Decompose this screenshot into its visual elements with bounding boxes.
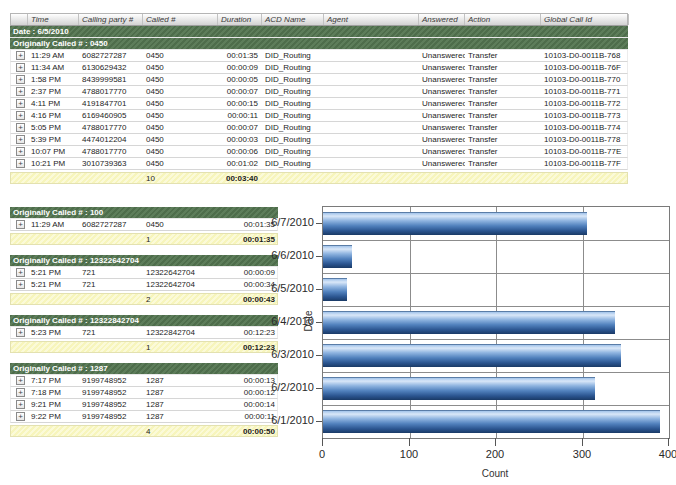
expand-icon[interactable]: +: [16, 159, 25, 168]
cell-called: 1287: [143, 412, 218, 421]
table-row[interactable]: +11:29 AM6082727287045000:01:35DID_Routi…: [10, 50, 628, 62]
expand-icon[interactable]: +: [16, 147, 25, 156]
expand-icon[interactable]: +: [16, 268, 25, 277]
cell-calling: 6169460905: [79, 111, 143, 120]
expand-icon[interactable]: +: [16, 123, 25, 132]
expand-icon[interactable]: +: [16, 63, 25, 72]
summary-count: 2: [143, 295, 218, 304]
expand-icon[interactable]: +: [16, 87, 25, 96]
category-label: 6/3/2010: [260, 348, 314, 361]
group-band-0450: Originally Called # : 0450: [10, 38, 628, 50]
summary-count: 4: [143, 427, 218, 436]
cell-time: 4:16 PM: [28, 111, 79, 120]
column-header-acd-name[interactable]: ACD Name: [262, 14, 324, 25]
column-header-spacer: [11, 14, 28, 25]
cell-action: Transfer: [465, 63, 541, 72]
group-section: Originally Called # : 12322842704+5:23 P…: [10, 315, 278, 353]
cell-action: Transfer: [465, 75, 541, 84]
table-row[interactable]: +10:07 PM4788017770045000:00:06DID_Routi…: [10, 146, 628, 158]
expand-icon[interactable]: +: [16, 376, 25, 385]
column-header-duration[interactable]: Duration: [218, 14, 262, 25]
cell-answered: Unanswered: [419, 135, 465, 144]
expand-icon[interactable]: +: [16, 135, 25, 144]
cell-time: 7:18 PM: [28, 388, 79, 397]
expand-cell: +: [11, 123, 28, 132]
cell-acd: DID_Routing: [262, 51, 324, 60]
y-axis-tick: [316, 421, 322, 422]
expand-icon[interactable]: +: [16, 388, 25, 397]
column-header-answered[interactable]: Answered: [419, 14, 465, 25]
cell-answered: Unanswered: [419, 63, 465, 72]
column-header-action[interactable]: Action: [465, 14, 541, 25]
table-row[interactable]: +9:22 PM9199748952128700:00:11: [10, 411, 278, 423]
column-header-time[interactable]: Time: [28, 14, 79, 25]
cell-calling: 721: [79, 328, 143, 337]
group-band: Originally Called # : 12322642704: [10, 255, 278, 267]
cell-global_id: 10103-D0-0011B-77E: [541, 147, 629, 156]
cell-acd: DID_Routing: [262, 63, 324, 72]
table-row[interactable]: +11:29 AM6082727287045000:01:35: [10, 219, 278, 231]
expand-icon[interactable]: +: [16, 111, 25, 120]
cell-acd: DID_Routing: [262, 87, 324, 96]
summary-count: 10: [143, 174, 218, 183]
table-row[interactable]: +5:05 PM4788017770045000:00:07DID_Routin…: [10, 122, 628, 134]
cell-duration: 00:00:07: [218, 87, 262, 96]
expand-cell: +: [11, 328, 28, 337]
group-band: Originally Called # : 1287: [10, 363, 278, 375]
table-row[interactable]: +5:39 PM4474012204045000:00:03DID_Routin…: [10, 134, 628, 146]
table-row[interactable]: +4:16 PM6169460905045000:00:11DID_Routin…: [10, 110, 628, 122]
table-row[interactable]: +4:11 PM4191847701045000:00:15DID_Routin…: [10, 98, 628, 110]
cell-action: Transfer: [465, 87, 541, 96]
expand-icon[interactable]: +: [16, 280, 25, 289]
table-row[interactable]: +10:21 PM3010739363045000:01:02DID_Routi…: [10, 158, 628, 170]
group-summary-row: 200:00:43: [10, 293, 278, 305]
cell-global_id: 10103-D0-0011B-770: [541, 75, 629, 84]
expand-icon[interactable]: +: [16, 220, 25, 229]
table-row[interactable]: +7:17 PM9199748952128700:00:13: [10, 375, 278, 387]
expand-icon[interactable]: +: [16, 328, 25, 337]
y-axis-tick: [316, 355, 322, 356]
expand-icon[interactable]: +: [16, 400, 25, 409]
expand-cell: +: [11, 63, 28, 72]
cell-time: 11:34 AM: [28, 63, 79, 72]
cell-duration: 00:00:09: [218, 63, 262, 72]
cell-time: 11:29 AM: [28, 51, 79, 60]
column-header-global-call-id[interactable]: Global Call Id: [541, 14, 629, 25]
x-tick-label: 0: [300, 448, 344, 460]
x-axis-tick: [495, 438, 496, 446]
column-header-agent[interactable]: Agent: [324, 14, 419, 25]
cell-calling: 721: [79, 280, 143, 289]
cell-time: 10:07 PM: [28, 147, 79, 156]
cell-action: Transfer: [465, 135, 541, 144]
cell-answered: Unanswered: [419, 51, 465, 60]
table-row[interactable]: +11:34 AM6130629432045000:00:09DID_Routi…: [10, 62, 628, 74]
expand-icon[interactable]: +: [16, 99, 25, 108]
expand-icon[interactable]: +: [16, 412, 25, 421]
expand-cell: +: [11, 268, 28, 277]
column-header-calling-party-[interactable]: Calling party #: [79, 14, 143, 25]
cell-action: Transfer: [465, 51, 541, 60]
cell-global_id: 10103-D0-0011B-77F: [541, 159, 629, 168]
expand-icon[interactable]: +: [16, 75, 25, 84]
expand-icon[interactable]: +: [16, 51, 25, 60]
cell-time: 9:22 PM: [28, 412, 79, 421]
table-row[interactable]: +5:21 PM7211232264270400:00:34: [10, 279, 278, 291]
table-row[interactable]: +2:37 PM4788017770045000:00:07DID_Routin…: [10, 86, 628, 98]
table-row[interactable]: +5:23 PM7211232284270400:12:23: [10, 327, 278, 339]
table-row[interactable]: +1:58 PM8439999581045000:00:05DID_Routin…: [10, 74, 628, 86]
expand-cell: +: [11, 388, 28, 397]
cell-time: 4:11 PM: [28, 99, 79, 108]
cell-calling: 4474012204: [79, 135, 143, 144]
cell-acd: DID_Routing: [262, 147, 324, 156]
cell-global_id: 10103-D0-0011B-774: [541, 123, 629, 132]
column-header-called-[interactable]: Called #: [143, 14, 218, 25]
cell-action: Transfer: [465, 123, 541, 132]
cell-time: 5:05 PM: [28, 123, 79, 132]
x-tick-label: 200: [473, 448, 517, 460]
table-header-row: TimeCalling party #Called #DurationACD N…: [10, 13, 628, 26]
table-row[interactable]: +5:21 PM7211232264270400:00:09: [10, 267, 278, 279]
group-summary-row: 1000:03:40: [10, 172, 628, 184]
cell-called: 1287: [143, 400, 218, 409]
table-row[interactable]: +7:18 PM9199748952128700:00:12: [10, 387, 278, 399]
table-row[interactable]: +9:21 PM9199748952128700:00:14: [10, 399, 278, 411]
